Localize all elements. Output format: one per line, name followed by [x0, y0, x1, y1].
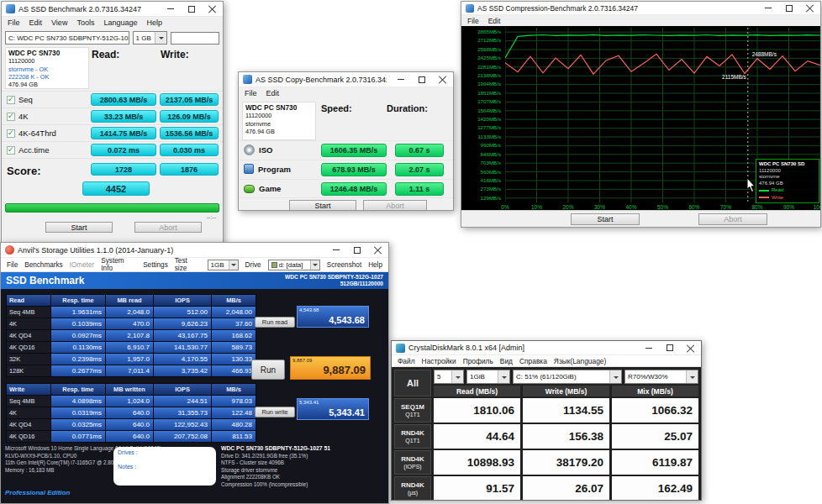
chart-legend: WDC PC SN730 SD 11120000 stornvme 476.94…: [756, 159, 819, 203]
rnd4k-q1t1-button[interactable]: RND4K Q1T1: [394, 424, 431, 449]
menu-edit[interactable]: Edit: [29, 18, 43, 27]
row-label: 4K: [7, 407, 50, 418]
menu-edit[interactable]: Edit: [266, 89, 280, 97]
drive-select[interactable]: d: [data]: [268, 260, 320, 270]
close-button[interactable]: [799, 2, 820, 14]
chart-annotation: 2488MB/s: [752, 51, 777, 57]
title-bar[interactable]: Anvil's Storage Utilities 1.1.0 (2014-Ja…: [1, 243, 388, 258]
start-button[interactable]: Start: [45, 222, 113, 233]
title-bar[interactable]: AS SSD Compression-Benchmark 2.0.7316.34…: [461, 2, 820, 15]
menu-help[interactable]: Help: [368, 261, 382, 269]
menu-file[interactable]: File: [245, 89, 257, 97]
maximize-button[interactable]: [346, 243, 367, 257]
drive-capacity: 476.94 GB: [245, 128, 313, 135]
menu-iometer[interactable]: IOmeter: [70, 261, 95, 269]
maximize-icon: [188, 6, 195, 13]
menu-view[interactable]: View: [51, 18, 67, 27]
run-read-button[interactable]: Run read: [255, 317, 295, 328]
title-bar[interactable]: AS SSD Copy-Benchmark 2.0.7316.34247: [239, 72, 453, 87]
anvil-body: Read Resp. time MB read IOPS MB/s Seq 4M…: [1, 289, 388, 504]
menu-file[interactable]: Файл: [398, 357, 415, 365]
close-button[interactable]: [367, 243, 388, 257]
minimize-button[interactable]: [757, 2, 778, 14]
write-value: 2137.05 MB/s: [160, 93, 219, 106]
title-bar[interactable]: CrystalDiskMark 8.0.1 x64 [Admin]: [392, 341, 701, 355]
menu-settings[interactable]: Настройки: [422, 357, 456, 365]
y-tick-label: 1707MB/s: [461, 97, 503, 106]
menu-tools[interactable]: Tools: [76, 18, 94, 27]
menu-help[interactable]: Help: [146, 18, 162, 27]
rnd4k-iops-button[interactable]: RND4K (IOPS): [394, 450, 431, 475]
y-tick-label: 990MB/s: [461, 141, 503, 150]
row-label: 4K: [18, 112, 29, 121]
menu-settings[interactable]: Settings: [143, 261, 168, 269]
checkbox-checked-icon[interactable]: [7, 96, 15, 104]
drive-select[interactable]: C: WDC PC SN730 SDBPNTY-512G-102: [5, 31, 129, 45]
row-label: 4K-64Thrd: [18, 129, 56, 138]
menu-system-info[interactable]: System Info: [101, 257, 136, 272]
minimize-button[interactable]: [390, 72, 411, 87]
menu-file[interactable]: File: [8, 18, 20, 27]
legend-write-label: Write: [772, 195, 783, 202]
start-button[interactable]: Start: [571, 213, 640, 225]
run-button[interactable]: Run: [251, 360, 285, 380]
checkbox-checked-icon[interactable]: [7, 129, 15, 138]
seq1m-q1t1-button[interactable]: SEQ1M Q1T1: [394, 398, 431, 423]
minimize-button[interactable]: [160, 2, 181, 16]
mix-ratio-select[interactable]: R70%/W30%: [624, 370, 698, 384]
chevron-down-icon: [451, 370, 463, 383]
mix-value: 162.49: [612, 476, 698, 501]
title-bar[interactable]: AS SSD Benchmark 2.0.7316.34247: [2, 2, 223, 17]
minimize-button[interactable]: [325, 243, 346, 257]
run-write-button[interactable]: Run write: [255, 407, 295, 417]
y-tick-label: 1420MB/s: [461, 115, 503, 123]
legend-drive-model: WDC PC SN730 SD: [759, 161, 816, 168]
close-button[interactable]: [680, 341, 701, 354]
edition-label[interactable]: Professional Edition: [5, 489, 70, 496]
minimize-button[interactable]: [638, 341, 659, 354]
name-input[interactable]: [171, 32, 219, 45]
speed-column-header: Speed:: [321, 103, 352, 113]
menu-benchmarks[interactable]: Benchmarks: [24, 261, 63, 269]
mbps: 37.60: [212, 318, 256, 329]
test-sublabel: Q1T1: [405, 437, 420, 444]
maximize-button[interactable]: [659, 341, 680, 354]
menu-language[interactable]: Language: [103, 18, 137, 27]
maximize-button[interactable]: [181, 2, 202, 16]
maximize-button[interactable]: [778, 2, 799, 14]
iops: 512.00: [154, 307, 211, 318]
menu-screenshot[interactable]: Screenshot: [327, 261, 361, 269]
menu-help[interactable]: Справка: [519, 357, 547, 365]
menu-language[interactable]: Язык(Language): [554, 357, 606, 365]
crystaldiskmark-window: CrystalDiskMark 8.0.1 x64 [Admin] Файл Н…: [391, 340, 702, 501]
total-score-caption: 9,887.09: [292, 358, 312, 363]
menu-profile[interactable]: Профиль: [463, 357, 493, 365]
checkbox-checked-icon[interactable]: [7, 146, 15, 155]
maximize-button[interactable]: [411, 72, 432, 87]
abort-button[interactable]: Abort: [363, 200, 427, 211]
column-header: Resp. time: [51, 384, 105, 395]
abort-button[interactable]: Abort: [134, 222, 202, 233]
menu-file[interactable]: File: [7, 261, 18, 269]
write-value: 126.09 MB/s: [160, 110, 219, 123]
drive-firmware: 11120000: [245, 112, 313, 119]
close-button[interactable]: [432, 72, 453, 87]
mb-written: 1,024.0: [106, 396, 153, 407]
menu-edit[interactable]: Edit: [488, 17, 501, 25]
close-button[interactable]: [202, 2, 223, 16]
target-drive-select[interactable]: C: 51% (61/120GiB): [513, 370, 622, 384]
menu-file[interactable]: File: [467, 17, 479, 25]
x-tick-label: 60%: [688, 204, 699, 210]
checkbox-checked-icon[interactable]: [7, 113, 15, 121]
abort-button[interactable]: Abort: [698, 213, 767, 225]
close-icon: [806, 4, 814, 12]
test-count-select[interactable]: 5: [434, 370, 464, 384]
start-button[interactable]: Start: [289, 200, 356, 211]
test-size-select[interactable]: 1GB: [208, 260, 239, 270]
drives-notes-panel[interactable]: Drives : Notes :: [113, 447, 216, 486]
rnd4k-latency-button[interactable]: RND4K (µs): [394, 476, 431, 501]
all-test-button[interactable]: All: [394, 370, 431, 396]
menu-view[interactable]: Вид: [500, 357, 513, 365]
test-size-select[interactable]: 1GiB: [466, 370, 510, 384]
test-size-select[interactable]: 1 GB: [133, 31, 167, 45]
